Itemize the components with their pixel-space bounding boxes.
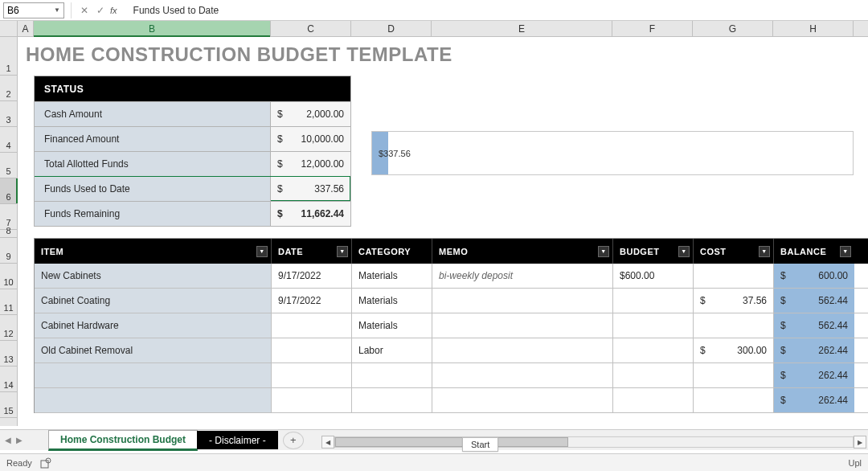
cell-cost[interactable] bbox=[694, 264, 774, 288]
cell-memo[interactable] bbox=[432, 338, 613, 362]
row-header-5[interactable]: 5 bbox=[0, 153, 17, 178]
cell-cost[interactable]: $300.00 bbox=[694, 338, 774, 362]
sheet-content[interactable]: HOME CONSTRUCTION BUDGET TEMPLATE STATUS… bbox=[18, 37, 868, 426]
cell-balance[interactable]: $262.44 bbox=[774, 338, 854, 362]
start-button[interactable]: Start bbox=[462, 437, 498, 452]
status-row-cash[interactable]: Cash Amount $2,000.00 bbox=[35, 101, 350, 126]
cancel-icon[interactable]: ✕ bbox=[76, 2, 92, 18]
cell-memo[interactable] bbox=[432, 289, 613, 313]
row-header-15[interactable]: 15 bbox=[0, 392, 17, 418]
scroll-left-icon[interactable]: ◀ bbox=[321, 436, 334, 448]
tab-disclaimer[interactable]: - Disclaimer - bbox=[197, 431, 278, 449]
select-all-corner[interactable] bbox=[0, 21, 18, 36]
cell-budget[interactable] bbox=[613, 289, 694, 313]
col-header-C[interactable]: C bbox=[271, 21, 351, 36]
table-row[interactable]: New Cabinets 9/17/2022 Materials bi-week… bbox=[35, 264, 868, 289]
filter-dropdown-icon[interactable]: ▼ bbox=[759, 246, 770, 257]
cell-category[interactable]: Materials bbox=[352, 313, 432, 338]
table-row[interactable]: Cabinet Coating 9/17/2022 Materials $37.… bbox=[35, 289, 868, 313]
cell-budget[interactable] bbox=[613, 313, 694, 338]
cell-balance[interactable]: $600.00 bbox=[774, 264, 854, 288]
cell-category[interactable] bbox=[352, 388, 432, 412]
cell-budget[interactable]: $600.00 bbox=[613, 264, 694, 288]
funds-used-chart[interactable]: $337.56 bbox=[371, 131, 854, 175]
col-header-B[interactable]: B bbox=[34, 21, 271, 36]
cell-category[interactable] bbox=[352, 363, 432, 387]
row-header-14[interactable]: 14 bbox=[0, 367, 17, 392]
cell-memo[interactable] bbox=[432, 313, 613, 338]
row-header-11[interactable]: 11 bbox=[0, 289, 17, 315]
cell-date[interactable] bbox=[272, 313, 352, 338]
fx-label[interactable]: fx bbox=[110, 6, 117, 15]
tab-nav-prev-icon[interactable]: ◀ bbox=[5, 436, 11, 444]
col-header-G[interactable]: G bbox=[693, 21, 773, 36]
col-memo[interactable]: MEMO▼ bbox=[432, 239, 613, 264]
cell-item[interactable]: Cabinet Hardware bbox=[35, 313, 272, 338]
cell-cost[interactable] bbox=[694, 313, 774, 338]
filter-dropdown-icon[interactable]: ▼ bbox=[678, 246, 690, 257]
table-row[interactable]: $262.44 bbox=[35, 363, 868, 388]
scroll-track[interactable] bbox=[334, 436, 854, 448]
col-header-A[interactable]: A bbox=[18, 21, 34, 36]
cell-category[interactable]: Materials bbox=[352, 264, 432, 288]
col-header-H[interactable]: H bbox=[773, 21, 854, 36]
filter-dropdown-icon[interactable]: ▼ bbox=[840, 246, 851, 257]
row-header-6[interactable]: 6 bbox=[0, 178, 17, 204]
cell-item[interactable] bbox=[35, 363, 272, 387]
table-row[interactable]: Cabinet Hardware Materials $562.44 bbox=[35, 313, 868, 338]
horizontal-scrollbar[interactable]: ◀ ▶ bbox=[321, 436, 866, 448]
add-sheet-icon[interactable]: + bbox=[283, 432, 304, 449]
row-header-10[interactable]: 10 bbox=[0, 264, 17, 289]
cell-category[interactable]: Materials bbox=[352, 289, 432, 313]
name-box[interactable]: B6 ▼ bbox=[3, 2, 64, 18]
row-header-1[interactable]: 1 bbox=[0, 37, 17, 76]
chevron-down-icon[interactable]: ▼ bbox=[51, 4, 63, 17]
scroll-right-icon[interactable]: ▶ bbox=[854, 436, 866, 448]
cell-cost[interactable] bbox=[694, 363, 774, 387]
col-header-E[interactable]: E bbox=[432, 21, 612, 36]
cell-budget[interactable] bbox=[613, 363, 694, 387]
formula-text[interactable]: Funds Used to Date bbox=[124, 5, 219, 16]
table-row[interactable]: Old Cabinet Removal Labor $300.00 $262.4… bbox=[35, 338, 868, 363]
cell-budget[interactable] bbox=[613, 338, 694, 362]
cell-item[interactable]: New Cabinets bbox=[35, 264, 272, 288]
cell-category[interactable]: Labor bbox=[352, 338, 432, 362]
cell-date[interactable] bbox=[272, 338, 352, 362]
filter-dropdown-icon[interactable]: ▼ bbox=[598, 246, 609, 257]
cell-balance[interactable]: $562.44 bbox=[774, 313, 854, 338]
status-row-allotted[interactable]: Total Allotted Funds $12,000.00 bbox=[35, 151, 350, 176]
row-header-2[interactable]: 2 bbox=[0, 76, 17, 101]
scroll-thumb[interactable] bbox=[335, 437, 568, 447]
row-header-8[interactable]: 8 bbox=[0, 230, 17, 238]
cell-date[interactable] bbox=[272, 388, 352, 412]
cell-memo[interactable] bbox=[432, 363, 613, 387]
cell-date[interactable]: 9/17/2022 bbox=[272, 264, 352, 288]
cell-item[interactable] bbox=[35, 388, 272, 412]
cell-balance[interactable]: $262.44 bbox=[774, 388, 854, 412]
cell-memo[interactable] bbox=[432, 388, 613, 412]
status-row-remaining[interactable]: Funds Remaining $11,662.44 bbox=[35, 201, 350, 226]
cell-balance[interactable]: $562.44 bbox=[774, 289, 854, 313]
row-header-4[interactable]: 4 bbox=[0, 127, 17, 153]
col-cost[interactable]: COST▼ bbox=[694, 239, 774, 264]
cell-item[interactable]: Cabinet Coating bbox=[35, 289, 272, 313]
cell-cost[interactable]: $37.56 bbox=[694, 289, 774, 313]
cell-date[interactable] bbox=[272, 363, 352, 387]
cell-cost[interactable] bbox=[694, 388, 774, 412]
confirm-icon[interactable]: ✓ bbox=[92, 2, 108, 18]
filter-dropdown-icon[interactable]: ▼ bbox=[256, 246, 268, 257]
col-budget[interactable]: BUDGET▼ bbox=[613, 239, 694, 264]
status-row-financed[interactable]: Financed Amount $10,000.00 bbox=[35, 126, 350, 151]
row-header-13[interactable]: 13 bbox=[0, 341, 17, 367]
cell-date[interactable]: 9/17/2022 bbox=[272, 289, 352, 313]
table-row[interactable]: $262.44 bbox=[35, 388, 868, 413]
tab-active[interactable]: Home Construction Budget bbox=[48, 430, 198, 451]
col-header-D[interactable]: D bbox=[351, 21, 432, 36]
status-row-used[interactable]: Funds Used to Date $337.56 bbox=[35, 176, 350, 201]
col-balance[interactable]: BALANCE▼ bbox=[774, 239, 854, 264]
col-header-F[interactable]: F bbox=[612, 21, 693, 36]
row-header-9[interactable]: 9 bbox=[0, 238, 17, 264]
cell-item[interactable]: Old Cabinet Removal bbox=[35, 338, 272, 362]
row-header-12[interactable]: 12 bbox=[0, 315, 17, 341]
record-macro-icon[interactable] bbox=[40, 457, 51, 469]
